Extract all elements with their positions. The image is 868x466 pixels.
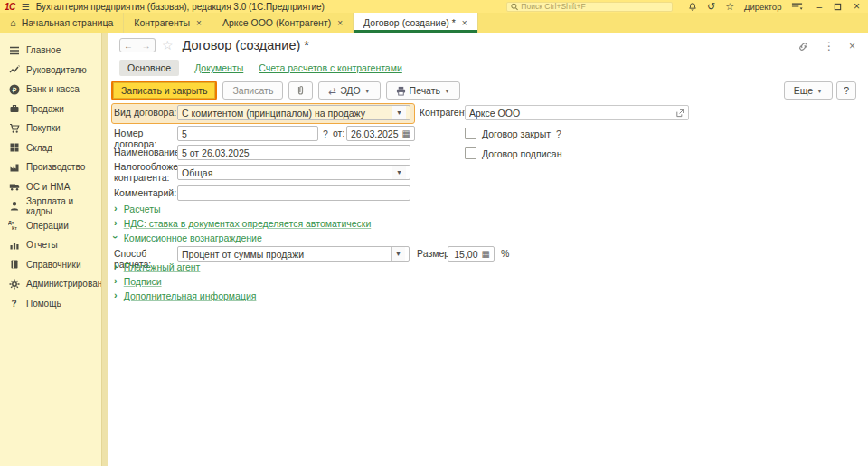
- notifications-bell-icon[interactable]: [688, 2, 697, 12]
- sidebar-item-help[interactable]: ? Помощь: [0, 294, 101, 314]
- tab-osnovnoe[interactable]: Основное: [119, 60, 179, 76]
- nav-back-icon[interactable]: ←: [119, 38, 137, 52]
- truck-icon: [8, 181, 20, 193]
- sidebar-scrollbar[interactable]: [101, 33, 108, 466]
- name-input[interactable]: 5 от 26.03.2025: [177, 145, 410, 160]
- link-icon[interactable]: [797, 41, 809, 52]
- section-label: Дополнительная информация: [124, 290, 257, 301]
- close-form-icon[interactable]: ×: [849, 40, 855, 52]
- contract-signed-checkbox[interactable]: [465, 147, 476, 159]
- history-icon[interactable]: ↺: [707, 1, 715, 13]
- closed-checkbox-row: Договор закрыт ?: [465, 128, 561, 139]
- print-label: Печать: [410, 85, 440, 96]
- global-search[interactable]: [506, 2, 673, 12]
- section-komissionnoe[interactable]: › Комиссионное вознаграждение: [114, 233, 262, 243]
- sidebar-item-manager[interactable]: Руководителю: [0, 61, 101, 81]
- tax-value: Общая: [182, 167, 388, 178]
- tab-scheta-raschetov[interactable]: Счета расчетов с контрагентами: [259, 62, 402, 73]
- section-podpisi[interactable]: › Подписи: [114, 276, 162, 287]
- main-menu-icon[interactable]: ☰: [22, 2, 30, 12]
- section-raschety[interactable]: › Расчеты: [114, 204, 161, 214]
- attach-button[interactable]: [288, 81, 313, 100]
- restore-icon[interactable]: [834, 3, 842, 11]
- chevron-down-icon: ▼: [364, 88, 371, 94]
- calculator-icon[interactable]: ▦: [482, 249, 490, 259]
- page-header: ← → ☆ Договор (создание) *: [119, 38, 309, 52]
- favorite-star-icon[interactable]: ☆: [162, 38, 174, 52]
- sidebar-item-directories[interactable]: Справочники: [0, 255, 101, 275]
- closed-hint[interactable]: ?: [556, 128, 561, 139]
- chevron-down-icon[interactable]: ▼: [392, 106, 406, 119]
- nav-forward-icon[interactable]: →: [137, 38, 156, 52]
- tab-kontragenty[interactable]: Контрагенты ×: [124, 13, 212, 33]
- sidebar-item-administration[interactable]: Администрирование: [0, 274, 101, 294]
- chevron-right-icon: ›: [114, 261, 118, 271]
- sidebar-item-bank-cash[interactable]: ₽ Банк и касса: [0, 80, 101, 100]
- close-tab-icon[interactable]: ×: [196, 18, 202, 28]
- name-label: Наименование:: [114, 147, 179, 158]
- section-platezhnyi-agent[interactable]: › Платежный агент: [114, 262, 200, 272]
- signed-checkbox-row: Договор подписан: [465, 147, 561, 159]
- sidebar-item-salary-hr[interactable]: Зарплата и кадры: [0, 196, 101, 216]
- more-button[interactable]: Еще ▼: [784, 81, 833, 100]
- chevron-down-icon[interactable]: ▼: [391, 247, 405, 261]
- chevron-down-icon[interactable]: ▼: [392, 166, 406, 179]
- service-menu-icon[interactable]: [791, 2, 803, 11]
- more-vertical-icon[interactable]: ⋮: [824, 40, 835, 52]
- number-hint[interactable]: ?: [323, 128, 328, 139]
- section-dopolnitelnaya[interactable]: › Дополнительная информация: [114, 290, 256, 301]
- sidebar-item-label: Продажи: [26, 104, 64, 114]
- sidebar-item-purchases[interactable]: Покупки: [0, 119, 101, 138]
- comment-input[interactable]: [177, 185, 410, 201]
- contract-date-value: 26.03.2025: [351, 128, 399, 139]
- form-body: Вид договора: С комитентом (принципалом)…: [111, 105, 868, 466]
- close-window-icon[interactable]: ×: [854, 0, 860, 13]
- sidebar-item-warehouse[interactable]: Склад: [0, 138, 101, 158]
- tab-arkse-ooo[interactable]: Арксе ООО (Контрагент) ×: [212, 13, 354, 33]
- form-dogovor: ← → ☆ Договор (создание) * ⋮ × Основное …: [108, 33, 868, 466]
- close-tab-icon[interactable]: ×: [337, 18, 343, 28]
- ruble-circle-icon: ₽: [8, 83, 20, 95]
- sidebar-item-production[interactable]: Производство: [0, 157, 101, 177]
- contract-date-input[interactable]: 26.03.2025 ▦: [346, 126, 415, 141]
- method-select[interactable]: Процент от суммы продажи ▼: [177, 246, 410, 262]
- sidebar-item-fixed-assets[interactable]: ОС и НМА: [0, 177, 101, 197]
- sidebar-item-operations[interactable]: ДтКт Операции: [0, 216, 101, 236]
- save-button[interactable]: Записать: [222, 81, 283, 100]
- section-label: Платежный агент: [124, 262, 201, 272]
- edo-button[interactable]: ⇄ ЭДО ▼: [318, 81, 380, 100]
- application-window: 1С ☰ Бухгалтерия предприятия (базовая), …: [0, 0, 868, 466]
- counterparty-field[interactable]: Арксе ООО: [465, 105, 689, 120]
- close-tab-icon[interactable]: ×: [462, 18, 467, 28]
- tax-label: Налогообложение контрагента:: [114, 162, 177, 183]
- favorites-star-icon[interactable]: ☆: [725, 1, 734, 13]
- tab-label: Контрагенты: [134, 17, 190, 28]
- tab-dokumenty[interactable]: Документы: [194, 62, 243, 73]
- help-button[interactable]: ?: [836, 81, 856, 100]
- sidebar-item-sales[interactable]: Продажи: [0, 100, 101, 119]
- size-label: Размер:: [417, 249, 451, 260]
- counterparty-value: Арксе ООО: [469, 108, 672, 119]
- contract-number-input[interactable]: 5: [177, 126, 318, 141]
- contract-closed-checkbox[interactable]: [465, 128, 476, 139]
- contract-type-select[interactable]: С комитентом (принципалом) на продажу ▼: [177, 105, 410, 120]
- current-user[interactable]: Директор: [744, 2, 781, 12]
- size-input[interactable]: 15,00 ▦: [448, 246, 495, 262]
- sidebar-item-reports[interactable]: Отчеты: [0, 235, 101, 255]
- tab-home[interactable]: ⌂ Начальная страница: [0, 13, 124, 33]
- tax-select[interactable]: Общая ▼: [177, 165, 410, 180]
- printer-icon: [396, 86, 406, 96]
- gear-icon: [8, 278, 20, 290]
- section-nds[interactable]: › НДС: ставка в документах определяется …: [114, 218, 371, 229]
- open-counterparty-icon[interactable]: [675, 109, 684, 118]
- sidebar-item-label: Справочники: [26, 260, 81, 270]
- save-close-button[interactable]: Записать и закрыть: [111, 81, 217, 100]
- calendar-icon[interactable]: ▦: [402, 128, 410, 138]
- factory-icon: [8, 161, 20, 173]
- name-value: 5 от 26.03.2025: [182, 147, 406, 158]
- search-input[interactable]: [521, 2, 668, 11]
- tab-dogovor-active[interactable]: Договор (создание) * ×: [354, 13, 478, 33]
- print-button[interactable]: Печать ▼: [386, 81, 460, 100]
- sidebar-item-main[interactable]: Главное: [0, 41, 101, 61]
- minimize-icon[interactable]: –: [816, 2, 822, 12]
